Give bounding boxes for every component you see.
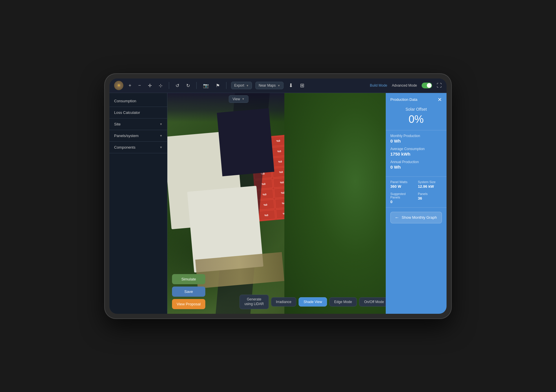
- panels-count-item: Panels 36: [418, 192, 442, 204]
- export-label: Export: [234, 83, 244, 87]
- edge-mode-label: Edge Mode: [334, 300, 352, 304]
- monthly-production-label: Monthly Production: [390, 134, 442, 138]
- suggested-panels-value: 0: [390, 200, 414, 204]
- panels-count-value: 36: [418, 196, 442, 200]
- sidebar-item-site[interactable]: Site ▼: [109, 118, 167, 130]
- undo-button[interactable]: ↺: [174, 82, 181, 90]
- production-data-panel: Production Data ✕ Solar Offset 0% Monthl…: [386, 93, 447, 314]
- components-label: Components: [114, 145, 136, 149]
- generate-lidar-button[interactable]: Generate using LiDAR: [239, 295, 269, 309]
- view-label: View: [233, 97, 240, 101]
- toolbar-divider-1: [169, 82, 169, 89]
- export-dropdown[interactable]: Export ▼: [231, 82, 252, 89]
- camera-button[interactable]: 📷: [201, 82, 211, 90]
- view-arrow-icon: ▼: [242, 97, 245, 101]
- redo-button[interactable]: ↻: [184, 82, 192, 90]
- map-area[interactable]: View ▼: [167, 93, 386, 314]
- panel-header: Production Data ✕: [386, 93, 447, 105]
- consumption-label: Consumption: [114, 99, 136, 103]
- solar-offset-section: Solar Offset 0%: [386, 105, 447, 130]
- zoom-in-button[interactable]: +: [127, 82, 133, 89]
- panel-cell: %0: [257, 209, 275, 220]
- near-maps-label: Near Maps: [259, 83, 276, 87]
- left-sidebar: Consumption Loss Calculator Site ▼ Panel…: [109, 93, 167, 314]
- build-mode-text: Build Mode: [370, 83, 387, 87]
- fullscreen-button[interactable]: ⛶: [437, 83, 442, 89]
- panel-title: Production Data: [390, 97, 417, 102]
- toolbar: ☀ + − ✛ ⊹ ↺ ↻ 📷 ⚑ Export ▼ Near Maps ▼ ⬇…: [109, 79, 447, 93]
- sidebar-item-components[interactable]: Components ▼: [109, 142, 167, 153]
- system-size-item: System Size 12.96 kW: [418, 180, 442, 189]
- near-maps-dropdown[interactable]: Near Maps ▼: [255, 82, 284, 89]
- arrow-left-icon: ←: [395, 215, 399, 220]
- solar-offset-value: 0%: [390, 113, 442, 125]
- view-dropdown[interactable]: View ▼: [229, 95, 248, 103]
- app-logo: ☀: [114, 81, 123, 90]
- advanced-mode-toggle[interactable]: [422, 83, 432, 88]
- export-arrow-icon: ▼: [246, 84, 249, 87]
- avg-consumption-label: Average Consumption: [390, 147, 442, 151]
- download-button[interactable]: ⬇: [287, 81, 295, 90]
- view-bar: View ▼: [225, 93, 252, 105]
- toolbar-right: Build Mode Advanced Mode ⛶: [370, 83, 442, 89]
- suggested-panels-item: Suggested Panels 0: [390, 192, 414, 204]
- edge-mode-button[interactable]: Edge Mode: [329, 297, 357, 307]
- layers-button[interactable]: ⊞: [298, 81, 306, 90]
- panels-count-label: Panels: [418, 192, 442, 196]
- toolbar-divider-3: [226, 82, 226, 89]
- move-tool-button[interactable]: ✛: [146, 82, 153, 90]
- on-off-mode-label: On/Off Mode: [364, 300, 384, 304]
- sidebar-item-loss-calculator[interactable]: Loss Calculator: [109, 107, 167, 118]
- suggested-panels-label: Suggested Panels: [390, 192, 414, 199]
- close-panel-button[interactable]: ✕: [438, 97, 442, 102]
- annual-production-value: 0 Wh: [390, 165, 442, 169]
- loss-calculator-label: Loss Calculator: [114, 110, 140, 115]
- panel-stats: Monthly Production 0 Wh Average Consumpt…: [386, 130, 447, 177]
- irradiance-label: Irradiance: [276, 300, 291, 304]
- view-proposal-button[interactable]: View Proposal: [172, 299, 205, 309]
- panel-watts-item: Panel Watts 360 W: [390, 180, 414, 189]
- system-stats-grid: Panel Watts 360 W System Size 12.96 kW S…: [386, 177, 447, 208]
- show-graph-label: Show Monthly Graph: [402, 215, 437, 220]
- device-frame: ☀ + − ✛ ⊹ ↺ ↻ 📷 ⚑ Export ▼ Near Maps ▼ ⬇…: [104, 73, 452, 319]
- toolbar-divider-2: [196, 82, 197, 89]
- on-off-mode-button[interactable]: On/Off Mode: [359, 297, 386, 307]
- left-bottom-buttons: Simulate Save View Proposal: [172, 274, 205, 309]
- shade-view-label: Shade View: [303, 300, 322, 304]
- shade-view-button[interactable]: Shade View: [299, 297, 327, 307]
- annual-production-label: Annual Production: [390, 160, 442, 164]
- rotate-tool-button[interactable]: ⊹: [157, 82, 164, 90]
- annual-production-row: Annual Production 0 Wh: [390, 160, 442, 169]
- system-size-label: System Size: [418, 180, 442, 184]
- irradiance-button[interactable]: Irradiance: [271, 297, 296, 307]
- panel-watts-label: Panel Watts: [390, 180, 414, 184]
- system-size-value: 12.96 kW: [418, 184, 442, 189]
- avg-consumption-value: 1750 kWh: [390, 152, 442, 156]
- components-arrow-icon: ▼: [160, 146, 162, 149]
- generate-lidar-label: Generate: [244, 297, 264, 302]
- advanced-mode-label: Advanced Mode: [392, 83, 417, 87]
- logo-icon: ☀: [117, 83, 121, 88]
- save-button[interactable]: Save: [172, 287, 205, 297]
- monthly-production-value: 0 Wh: [390, 138, 442, 143]
- panels-system-label: Panels/system: [114, 134, 139, 138]
- monthly-production-row: Monthly Production 0 Wh: [390, 134, 442, 143]
- generate-lidar-sublabel: using LiDAR: [244, 302, 264, 307]
- near-maps-arrow-icon: ▼: [277, 84, 280, 87]
- simulate-button[interactable]: Simulate: [172, 274, 205, 284]
- site-label: Site: [114, 122, 120, 126]
- screen: ☀ + − ✛ ⊹ ↺ ↻ 📷 ⚑ Export ▼ Near Maps ▼ ⬇…: [109, 79, 447, 314]
- zoom-out-button[interactable]: −: [136, 82, 142, 89]
- avg-consumption-row: Average Consumption 1750 kWh: [390, 147, 442, 156]
- sidebar-item-consumption[interactable]: Consumption: [109, 95, 167, 107]
- flag-button[interactable]: ⚑: [214, 82, 222, 90]
- show-monthly-graph-button[interactable]: ← Show Monthly Graph: [390, 212, 442, 223]
- panels-system-arrow-icon: ▼: [160, 134, 162, 137]
- bottom-toolbar: Generate using LiDAR Irradiance Shade Vi…: [239, 295, 386, 309]
- main-content: Consumption Loss Calculator Site ▼ Panel…: [109, 93, 447, 314]
- solar-offset-label: Solar Offset: [390, 107, 442, 112]
- site-arrow-icon: ▼: [160, 123, 162, 126]
- sidebar-item-panels-system[interactable]: Panels/system ▼: [109, 130, 167, 142]
- panel-watts-value: 360 W: [390, 184, 414, 189]
